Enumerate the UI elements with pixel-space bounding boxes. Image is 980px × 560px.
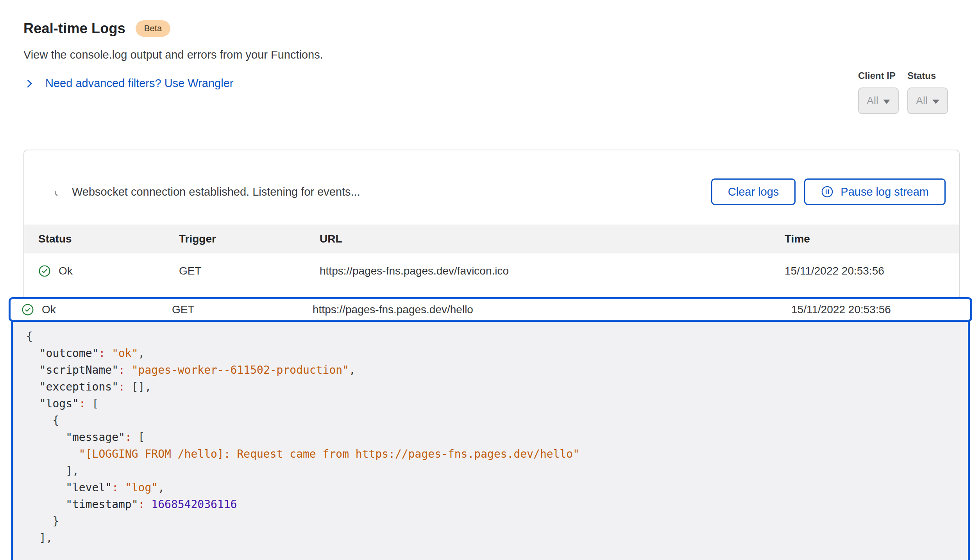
code-line: { (26, 412, 952, 429)
client-ip-filter-value: All (867, 95, 878, 107)
pause-log-stream-button[interactable]: Pause log stream (804, 178, 946, 205)
row-status: Ok (59, 265, 73, 277)
row-time: 15/11/2022 20:53:56 (785, 265, 945, 277)
code-line: "outcome": "ok", (26, 345, 952, 362)
check-circle-icon (38, 265, 51, 277)
column-header-status: Status (38, 233, 179, 245)
code-line: { (26, 328, 952, 345)
chevron-right-icon (23, 78, 35, 89)
code-line: "exceptions": [], (26, 378, 952, 395)
check-circle-icon (21, 303, 34, 316)
code-line: } (26, 513, 952, 530)
row-time: 15/11/2022 20:53:56 (791, 303, 959, 316)
status-filter-label: Status (907, 70, 948, 81)
code-line: ], (26, 530, 952, 546)
row-status: Ok (42, 303, 56, 316)
client-ip-filter-label: Client IP (858, 70, 899, 81)
beta-badge: Beta (136, 20, 170, 37)
code-line: "timestamp": 1668542036116 (26, 496, 952, 513)
row-url: https://pages-fns.pages.dev/favicon.ico (320, 265, 785, 277)
code-line: "message": [ (26, 429, 952, 446)
page-subtitle: View the console.log output and errors f… (23, 48, 323, 61)
code-line: "[LOGGING FROM /hello]: Request came fro… (26, 446, 952, 462)
log-detail-panel: { "outcome": "ok", "scriptName": "pages-… (11, 308, 970, 560)
code-line: "level": "log", (26, 479, 952, 496)
row-trigger: GET (179, 265, 320, 277)
websocket-status-text: Websocket connection established. Listen… (72, 185, 360, 198)
wrangler-link[interactable]: Need advanced filters? Use Wrangler (45, 77, 233, 90)
log-toolbar: Websocket connection established. Listen… (24, 150, 959, 225)
code-line: ], (26, 462, 952, 479)
table-row[interactable]: Ok GET https://pages-fns.pages.dev/favic… (24, 253, 959, 289)
client-ip-filter-select[interactable]: All (858, 87, 899, 114)
column-header-url: URL (320, 233, 785, 245)
log-table-header: Status Trigger URL Time (24, 225, 959, 253)
code-line: "logs": [ (26, 395, 952, 412)
table-row-selected[interactable]: Ok GET https://pages-fns.pages.dev/hello… (9, 297, 972, 322)
status-filter-value: All (916, 95, 928, 107)
code-line: "scriptName": "pages-worker--611502-prod… (26, 362, 952, 378)
column-header-trigger: Trigger (179, 233, 320, 245)
spinner-icon (54, 187, 64, 197)
column-header-time: Time (785, 233, 945, 245)
clear-logs-button[interactable]: Clear logs (711, 178, 796, 205)
page-header: Real-time Logs Beta View the console.log… (23, 20, 323, 90)
page-title: Real-time Logs (23, 20, 125, 37)
row-trigger: GET (172, 303, 313, 316)
caret-down-icon (932, 100, 939, 104)
pause-icon (821, 185, 833, 198)
caret-down-icon (883, 100, 890, 104)
log-json-code: { "outcome": "ok", "scriptName": "pages-… (26, 328, 952, 546)
clear-logs-label: Clear logs (728, 185, 779, 198)
row-url: https://pages-fns.pages.dev/hello (313, 303, 791, 316)
filters: Client IP All Status All (858, 70, 948, 114)
status-filter-select[interactable]: All (907, 87, 948, 114)
websocket-status: Websocket connection established. Listen… (54, 185, 360, 198)
pause-log-stream-label: Pause log stream (841, 185, 929, 198)
realtime-logs-page: Real-time Logs Beta View the console.log… (0, 0, 980, 560)
